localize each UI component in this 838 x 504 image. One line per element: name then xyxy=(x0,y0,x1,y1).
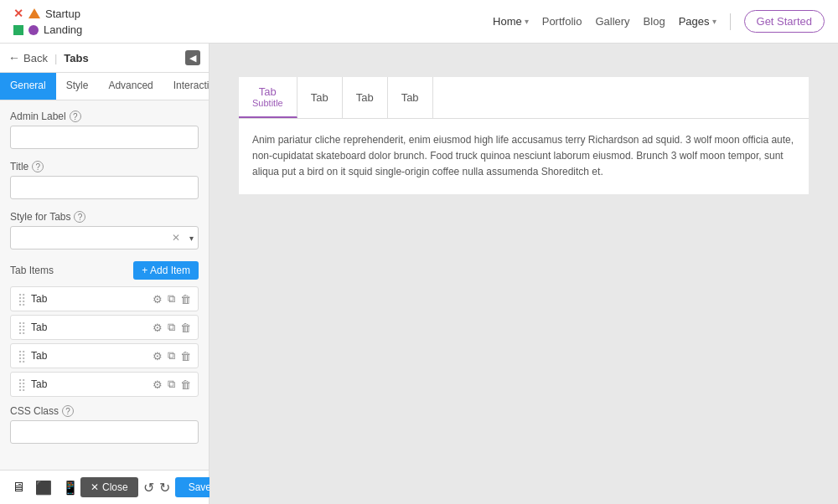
tab-item-gear-icon[interactable]: ⚙ xyxy=(153,378,163,391)
canvas-content: Tab Subtitle Tab Tab Tab Anim pariatur c… xyxy=(239,77,809,194)
nav-pages-arrow: ▾ xyxy=(712,17,716,26)
style-for-tabs-group: Style for Tabs ? Default ✕ ▾ xyxy=(10,211,199,249)
main-layout: ← Back | Tabs ◀ General Style Advanced I… xyxy=(0,44,838,504)
logo-icons: ✕ Startup Landing xyxy=(13,7,82,36)
widget-tab-headers: Tab Subtitle Tab Tab Tab xyxy=(239,77,809,119)
logo-row-bottom: Landing xyxy=(13,23,82,36)
style-for-tabs-clear-icon[interactable]: ✕ xyxy=(172,232,180,244)
css-class-help-icon[interactable]: ? xyxy=(62,405,74,417)
tab-item-row: ⣿ Tab ⚙ ⧉ 🗑 xyxy=(10,315,199,340)
mobile-view-button[interactable]: 📱 xyxy=(60,478,80,497)
nav-home[interactable]: Home ▾ xyxy=(493,15,529,28)
panel-header: ← Back | Tabs ◀ xyxy=(0,44,209,73)
tab-style[interactable]: Style xyxy=(56,73,99,100)
tab-item-actions: ⚙ ⧉ 🗑 xyxy=(153,378,191,391)
tab-item-trash-icon[interactable]: 🗑 xyxy=(180,321,191,334)
tab-item-duplicate-icon[interactable]: ⧉ xyxy=(168,349,175,363)
tab-item-trash-icon[interactable]: 🗑 xyxy=(180,378,191,391)
panel-collapse-button[interactable]: ◀ xyxy=(185,50,200,65)
nav-home-label: Home xyxy=(493,15,522,28)
close-button[interactable]: ✕ Close xyxy=(80,477,138,497)
tab-item-duplicate-icon[interactable]: ⧉ xyxy=(168,378,175,391)
style-for-tabs-help-icon[interactable]: ? xyxy=(74,211,85,223)
admin-label-group: Admin Label ? xyxy=(10,111,199,149)
drag-handle-icon[interactable]: ⣿ xyxy=(18,349,26,363)
title-group: Title ? xyxy=(10,161,199,199)
admin-label-input[interactable] xyxy=(10,126,199,149)
redo-button[interactable]: ↻ xyxy=(159,480,170,496)
drag-handle-icon[interactable]: ⣿ xyxy=(18,292,26,306)
tab-item-actions: ⚙ ⧉ 🗑 xyxy=(153,292,191,306)
footer-device-switcher: 🖥 ⬛ 📱 xyxy=(10,478,80,497)
admin-label-help-icon[interactable]: ? xyxy=(70,111,81,122)
tab-item-actions: ⚙ ⧉ 🗑 xyxy=(153,321,191,334)
title-input[interactable] xyxy=(10,176,199,199)
css-class-label: CSS Class ? xyxy=(10,405,199,417)
desktop-view-button[interactable]: 🖥 xyxy=(10,478,27,497)
footer-actions: ✕ Close ↺ ↻ Save xyxy=(80,477,225,497)
tab-item-name: Tab xyxy=(31,378,147,390)
nav-links: Home ▾ Portfolio Gallery Blog Pages ▾ Ge… xyxy=(493,10,825,33)
back-label: Back xyxy=(23,52,48,64)
logo-square-icon xyxy=(13,25,23,35)
widget-tab-2[interactable]: Tab xyxy=(343,77,388,118)
left-panel: ← Back | Tabs ◀ General Style Advanced I… xyxy=(0,44,210,504)
tablet-view-button[interactable]: ⬛ xyxy=(34,478,54,497)
tab-item-row: ⣿ Tab ⚙ ⧉ 🗑 xyxy=(10,286,199,311)
tab-item-name: Tab xyxy=(31,293,147,305)
widget-tab-subtitle-0: Subtitle xyxy=(252,98,283,108)
drag-handle-icon[interactable]: ⣿ xyxy=(18,378,26,391)
tab-item-name: Tab xyxy=(31,321,147,333)
tab-item-trash-icon[interactable]: 🗑 xyxy=(180,350,191,363)
nav-gallery[interactable]: Gallery xyxy=(595,15,629,28)
nav-home-arrow: ▾ xyxy=(525,17,529,26)
style-for-tabs-input[interactable]: Default xyxy=(10,226,199,249)
panel-tabs-bar: General Style Advanced Interaction xyxy=(0,73,209,100)
tab-item-actions: ⚙ ⧉ 🗑 xyxy=(153,349,191,363)
tab-item-row: ⣿ Tab ⚙ ⧉ 🗑 xyxy=(10,343,199,368)
top-navbar: ✕ Startup Landing Home ▾ Portfolio Galle… xyxy=(0,0,838,44)
add-item-button[interactable]: + Add Item xyxy=(133,261,199,280)
back-arrow-icon: ← xyxy=(8,51,20,64)
drag-handle-icon[interactable]: ⣿ xyxy=(18,321,26,334)
tab-item-duplicate-icon[interactable]: ⧉ xyxy=(168,292,175,306)
startup-label: Startup xyxy=(45,8,80,20)
tab-item-row: ⣿ Tab ⚙ ⧉ 🗑 xyxy=(10,372,199,397)
tab-items-list: ⣿ Tab ⚙ ⧉ 🗑 ⣿ Tab ⚙ ⧉ 🗑 xyxy=(10,286,199,397)
admin-label-label: Admin Label ? xyxy=(10,111,199,122)
tab-item-duplicate-icon[interactable]: ⧉ xyxy=(168,321,175,334)
canvas-area: Tab Subtitle Tab Tab Tab Anim pariatur c… xyxy=(210,44,838,504)
nav-pages-label: Pages xyxy=(679,15,710,28)
panel-footer: 🖥 ⬛ 📱 ✕ Close ↺ ↻ Save xyxy=(0,470,209,504)
style-for-tabs-label: Style for Tabs ? xyxy=(10,211,199,223)
get-started-button[interactable]: Get Started xyxy=(744,10,825,33)
css-class-input[interactable] xyxy=(10,420,199,444)
title-label: Title ? xyxy=(10,161,199,172)
panel-title: Tabs xyxy=(64,52,88,64)
logo-triangle-icon xyxy=(28,8,40,18)
widget-tab-1[interactable]: Tab xyxy=(297,77,343,118)
tab-items-label: Tab Items xyxy=(10,265,54,276)
tab-item-trash-icon[interactable]: 🗑 xyxy=(180,293,191,306)
nav-pages[interactable]: Pages ▾ xyxy=(679,15,716,28)
tab-advanced[interactable]: Advanced xyxy=(98,73,163,100)
tab-item-gear-icon[interactable]: ⚙ xyxy=(153,293,163,306)
tab-item-name: Tab xyxy=(31,350,147,362)
undo-button[interactable]: ↺ xyxy=(143,480,154,496)
close-x-icon: ✕ xyxy=(91,481,99,493)
landing-label: Landing xyxy=(44,23,82,36)
nav-portfolio[interactable]: Portfolio xyxy=(542,15,582,28)
back-button[interactable]: ← Back xyxy=(8,51,48,64)
nav-divider xyxy=(730,13,731,30)
tab-general[interactable]: General xyxy=(0,73,56,100)
panel-content: Admin Label ? Title ? Style for Tabs ? xyxy=(0,100,209,470)
logo-row-top: ✕ Startup xyxy=(13,7,82,20)
widget-tab-3[interactable]: Tab xyxy=(388,77,433,118)
widget-tab-0[interactable]: Tab Subtitle xyxy=(239,77,297,118)
nav-blog[interactable]: Blog xyxy=(644,15,665,28)
logo-circle-icon xyxy=(28,25,39,35)
title-help-icon[interactable]: ? xyxy=(32,161,44,172)
panel-title-divider: | xyxy=(54,52,57,64)
tab-item-gear-icon[interactable]: ⚙ xyxy=(153,350,163,363)
tab-item-gear-icon[interactable]: ⚙ xyxy=(153,321,163,334)
